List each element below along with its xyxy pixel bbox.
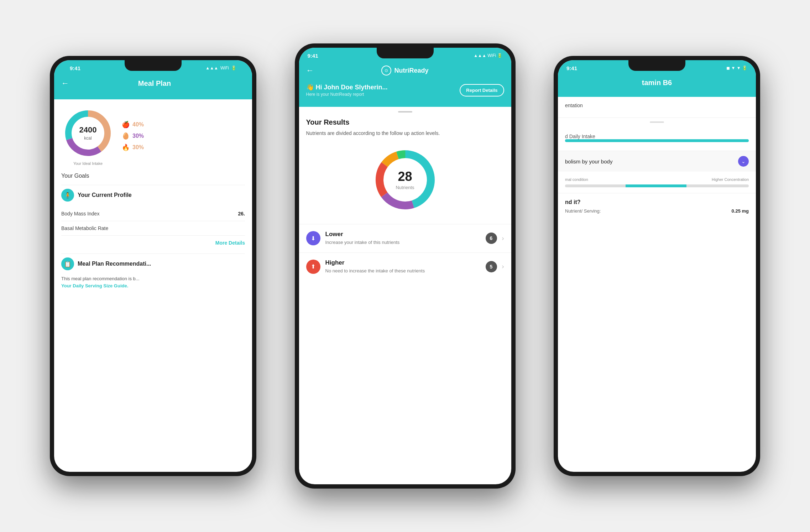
scale-labels: mal condition Higher Concentration [565, 177, 749, 182]
scale-label-normal: mal condition [565, 177, 588, 182]
phone-vitamin-b6: 9:41 ◼ ▼ ▼ 🔋 tamin B6 entation d Daily I… [554, 56, 760, 476]
nutri-body: Your Results Nutrients are divided accor… [299, 107, 511, 281]
entation-label: entation [565, 103, 749, 108]
bmi-label: Body Mass Index [61, 211, 99, 217]
scroll-indicator [398, 111, 412, 113]
profile-section: 🧍 Your Current Profile Body Mass Index 2… [61, 189, 245, 250]
higher-row[interactable]: ⬆ Higher No need to increase the intake … [299, 252, 511, 281]
macro-protein: 🥚 30% [122, 132, 144, 140]
scroll-indicator-right [650, 121, 664, 123]
meal-rec-title-row: 📋 Meal Plan Recommendati... [61, 257, 245, 270]
notch-left [125, 60, 182, 71]
divider-2 [61, 254, 245, 254]
bmr-label: Basal Metabolic Rate [61, 225, 108, 231]
meal-donut: 2400 kcal [61, 106, 115, 160]
status-icons-center: ▲▲▲ WiFi 🔋 [474, 53, 502, 58]
nutriready-app-name: NutriReady [394, 67, 428, 74]
meal-rec-link[interactable]: Your Daily Serving Size Guide. [61, 283, 128, 288]
notch-right [628, 60, 685, 71]
greeting-left: 👋 Hi John Doe Slytherin... Here is your … [306, 83, 388, 97]
vit-nav: tamin B6 [558, 76, 756, 91]
phone-meal-plan: 9:41 ▲▲▲ WiFi 🔋 ← Meal Plan [50, 56, 256, 476]
profile-heading: Your Current Profile [78, 192, 132, 198]
greeting-name: Hi John Doe Slytherin... [316, 84, 388, 91]
serving-row: Nutrient/ Serving: 0.25 mg [565, 208, 749, 214]
nutrients-donut-center: 28 Nutrients [396, 169, 414, 191]
donut-section: 2400 kcal Your Ideal Intake 🍎 40% [61, 106, 245, 166]
time-center: 9:41 [308, 53, 318, 59]
higher-desc: No need to increase the intake of these … [325, 268, 481, 274]
donut-center-meal: 2400 kcal [79, 125, 97, 141]
scale-bar-track [565, 184, 749, 187]
status-icons-right: ◼ ▼ ▼ 🔋 [726, 66, 747, 71]
profile-title-row: 🧍 Your Current Profile [61, 189, 245, 202]
nutri-logo-row: ⊙ NutriReady [381, 66, 428, 75]
nutrients-donut-wrap: 28 Nutrients [306, 144, 504, 215]
where-find-section: nd it? Nutrient/ Serving: 0.25 mg [558, 193, 756, 219]
meal-body: 2400 kcal Your Ideal Intake 🍎 40% [54, 99, 252, 296]
greeting-bar: 👋 Hi John Doe Slytherin... Here is your … [299, 79, 511, 101]
report-details-button[interactable]: Report Details [460, 84, 504, 97]
metabolism-row[interactable]: bolism by your body ⌄ [558, 151, 756, 172]
back-button-center[interactable]: ← [306, 66, 314, 75]
results-title: Your Results [306, 118, 504, 126]
back-button-left[interactable]: ← [61, 79, 69, 88]
nutrients-count: 28 [396, 169, 414, 184]
divider-1 [61, 185, 245, 185]
nutrients-donut-label: Nutrients [396, 185, 414, 190]
goals-label: Your Goals [61, 173, 245, 179]
status-icons-left: ▲▲▲ WiFi 🔋 [205, 66, 236, 71]
phone-nutriready: 9:41 ▲▲▲ WiFi 🔋 ← ⊙ NutriReady 👋 [295, 43, 516, 489]
lower-badge: 6 [486, 233, 497, 244]
meal-rec-desc: This meal plan recommendation is b... Yo… [61, 275, 245, 289]
lower-title: Lower [325, 231, 481, 238]
phones-container: 9:41 ▲▲▲ WiFi 🔋 ← Meal Plan [0, 0, 810, 532]
greeting-text: 👋 Hi John Doe Slytherin... [306, 83, 388, 91]
higher-chevron[interactable]: › [502, 263, 504, 270]
time-right: 9:41 [566, 65, 577, 71]
lower-desc: Increase your intake of this nutrients [325, 239, 481, 246]
bmi-row: Body Mass Index 26. [61, 207, 245, 221]
lower-chevron[interactable]: › [502, 235, 504, 242]
notch-center [377, 48, 434, 58]
higher-icon: ⬆ [306, 260, 320, 274]
metabolism-text: bolism by your body [565, 158, 612, 165]
kcal-label: kcal [84, 136, 92, 141]
serving-label: Nutrient/ Serving: [565, 208, 601, 214]
where-find-title: nd it? [565, 199, 749, 205]
results-desc: Nutrients are divided according to the f… [306, 129, 504, 137]
lower-row[interactable]: ⬇ Lower Increase your intake of this nut… [299, 224, 511, 252]
bmr-row: Basal Metabolic Rate [61, 221, 245, 236]
meal-plan-title: Meal Plan [75, 79, 234, 88]
macro-carbs: 🍎 40% [122, 121, 144, 129]
lower-icon: ⬇ [306, 231, 320, 245]
bmi-value: 26. [238, 211, 245, 217]
nutriready-logo-icon: ⊙ [381, 66, 391, 75]
daily-intake-label: d Daily Intake [565, 134, 749, 139]
meal-rec-section: 📋 Meal Plan Recommendati... This meal pl… [61, 257, 245, 289]
meal-rec-icon: 📋 [61, 257, 74, 270]
nutrients-donut: 28 Nutrients [370, 144, 441, 215]
results-section: Your Results Nutrients are divided accor… [299, 118, 511, 215]
donut-subtitle: Your Ideal Intake [61, 161, 115, 166]
greeting-sub: Here is your NutriReady report [306, 92, 388, 97]
more-details-link[interactable]: More Details [61, 236, 245, 250]
macro-list: 🍎 40% 🥚 30% 🔥 30% [122, 121, 144, 151]
wave-emoji: 👋 [306, 84, 314, 91]
higher-title: Higher [325, 259, 481, 266]
lower-text: Lower Increase your intake of this nutri… [325, 231, 481, 246]
scale-label-higher: Higher Concentration [712, 177, 749, 182]
expand-metabolism-btn[interactable]: ⌄ [738, 156, 749, 167]
nutri-nav: ← ⊙ NutriReady [299, 63, 511, 79]
macro-fat: 🔥 30% [122, 144, 144, 151]
vit-title: tamin B6 [642, 79, 672, 87]
profile-icon: 🧍 [61, 189, 74, 202]
time-left: 9:41 [70, 65, 80, 71]
daily-intake-bar [565, 139, 749, 142]
higher-text: Higher No need to increase the intake of… [325, 259, 481, 274]
serving-value: 0.25 mg [732, 208, 749, 214]
scale-bar-section: mal condition Higher Concentration [558, 172, 756, 193]
vit-body: entation d Daily Intake bolism by your b… [558, 97, 756, 219]
kcal-value: 2400 [79, 125, 97, 135]
vit-divider-1 [558, 118, 756, 118]
